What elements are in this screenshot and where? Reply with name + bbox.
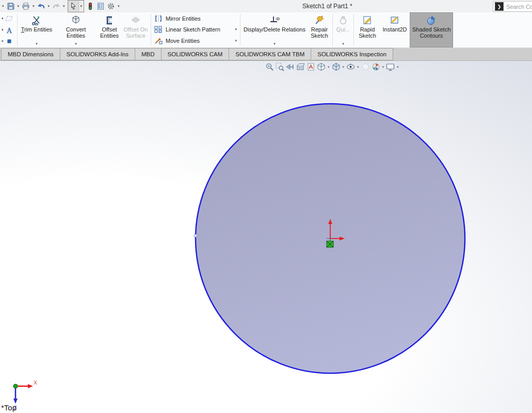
repair-sketch-label: Repair Sketch: [309, 26, 330, 39]
command-manager-ribbon: ▾ ▾ A ▾: [0, 12, 532, 48]
redo-button: [51, 1, 61, 12]
quick-snaps-icon: [338, 14, 348, 25]
properties-list-icon: [96, 2, 105, 10]
offset-on-surface-button: Offset On Surface: [122, 12, 150, 47]
chevron-down-icon[interactable]: ▾: [16, 4, 21, 9]
divider: [17, 14, 18, 46]
gear-icon: [107, 2, 115, 10]
divider: [353, 14, 354, 46]
display-delete-relations-icon: [269, 14, 280, 25]
chevron-down-icon[interactable]: ▾: [78, 1, 84, 11]
sketch-scene: X Z: [0, 61, 532, 413]
trim-entities-label: Trim Entities: [21, 26, 53, 33]
quick-snaps-label: Qui...: [336, 26, 350, 33]
reference-triad: X Z: [13, 379, 37, 411]
search-commands-box[interactable]: ❯ Search Co: [493, 1, 532, 12]
chevron-down-icon[interactable]: ▾: [0, 39, 5, 44]
chevron-down-icon: ▾: [61, 4, 67, 9]
tab-mbd-dimensions[interactable]: MBD Dimensions: [1, 48, 60, 60]
trim-entities-button[interactable]: Trim Entities ▾: [19, 12, 55, 47]
print-icon: [22, 2, 30, 10]
save-icon: [7, 2, 15, 10]
offset-entities-label: Offset Entities: [99, 26, 120, 39]
tab-solidworks-inspection[interactable]: SOLIDWORKS Inspection: [311, 48, 393, 60]
linear-sketch-pattern-label: Linear Sketch Pattern: [166, 26, 220, 33]
display-delete-relations-label: Display/Delete Relations: [244, 26, 305, 33]
select-arrow-icon: [69, 2, 77, 10]
point-icon: [5, 38, 13, 44]
chevron-down-icon[interactable]: ▾: [19, 41, 55, 47]
rapid-sketch-label: Rapid Sketch: [357, 26, 378, 39]
divider: [240, 14, 240, 46]
convert-entities-label: Convert Entities: [56, 26, 95, 39]
text-tool-icon: A: [5, 26, 13, 34]
trim-entities-icon: [31, 14, 42, 25]
convert-entities-button[interactable]: Convert Entities ▾: [55, 12, 97, 47]
options-list-button[interactable]: [95, 1, 106, 12]
linear-pattern-icon: [154, 26, 163, 33]
mirror-entities-button[interactable]: Mirror Entities: [154, 14, 237, 23]
plane-tool-button[interactable]: ▾: [0, 14, 16, 23]
save-button[interactable]: [6, 1, 16, 12]
quick-snaps-button: Qui... ▾: [334, 12, 352, 47]
rebuild-button[interactable]: [85, 1, 95, 12]
plane-icon: [5, 15, 13, 22]
move-entities-label: Move Entities: [166, 38, 200, 44]
chevron-down-icon[interactable]: ▾: [46, 4, 52, 9]
mirror-entities-icon: [154, 15, 163, 22]
search-input[interactable]: Search Co: [506, 4, 532, 10]
linear-sketch-pattern-button[interactable]: Linear Sketch Pattern ▾: [154, 25, 237, 34]
window-title: Sketch1 of Part1 *: [302, 3, 352, 10]
convert-entities-icon: [71, 14, 81, 25]
circle-edge-point[interactable]: [194, 234, 197, 237]
chevron-down-icon[interactable]: ▾: [0, 27, 5, 33]
select-tool-button[interactable]: [68, 1, 78, 12]
chevron-down-icon[interactable]: ▾: [235, 27, 237, 31]
search-commands-icon: ❯: [495, 2, 504, 11]
print-button[interactable]: [21, 1, 31, 12]
move-entities-icon: [154, 37, 163, 44]
origin-point-marker[interactable]: [327, 241, 333, 247]
tab-solidworks-cam[interactable]: SOLIDWORKS CAM: [161, 48, 230, 60]
command-manager-tab-bar: MBD Dimensions SOLIDWORKS Add-Ins MBD SO…: [0, 48, 532, 61]
chevron-down-icon[interactable]: ▾: [31, 4, 36, 9]
offset-on-surface-icon: [131, 14, 141, 25]
tab-solidworks-add-ins[interactable]: SOLIDWORKS Add-Ins: [60, 48, 135, 60]
shaded-sketch-contours-label: Shaded Sketch Contours: [411, 26, 452, 39]
chevron-down-icon[interactable]: ▾: [235, 39, 237, 43]
settings-button[interactable]: [106, 1, 116, 12]
sketch-text-button[interactable]: ▾ A: [0, 26, 16, 34]
solidworks-window: ▾ ▾ ▾: [0, 0, 532, 413]
rapid-sketch-button[interactable]: Rapid Sketch: [355, 12, 380, 47]
redo-icon: [52, 2, 60, 10]
undo-icon: [37, 2, 45, 10]
tab-mbd[interactable]: MBD: [135, 48, 162, 60]
triad-origin-dot: [13, 384, 18, 388]
chevron-down-icon[interactable]: ▾: [55, 41, 97, 47]
chevron-down-icon[interactable]: ▾: [116, 4, 121, 9]
triad-x-axis: X: [17, 379, 37, 388]
instant2d-icon: [390, 14, 400, 25]
quick-access-toolbar: ▾ ▾ ▾: [0, 0, 121, 12]
offset-entities-icon: [104, 14, 115, 25]
divider: [151, 14, 151, 46]
offset-entities-button[interactable]: Offset Entities: [97, 12, 122, 47]
repair-sketch-button[interactable]: Repair Sketch: [308, 12, 331, 47]
instant2d-button[interactable]: Instant2D: [380, 12, 410, 47]
shaded-sketch-contours-button[interactable]: Shaded Sketch Contours: [410, 12, 453, 47]
pattern-tools-group: Mirror Entities Linear Sketch Pattern ▾: [152, 12, 239, 47]
chevron-down-icon[interactable]: ▾: [0, 16, 5, 21]
sketch-point-button[interactable]: ▾: [0, 37, 16, 45]
move-entities-button[interactable]: Move Entities ▾: [154, 36, 237, 45]
undo-button[interactable]: [36, 1, 46, 12]
graphics-area[interactable]: ▾ ▾ ▾: [0, 61, 532, 413]
select-tool-group: ▾: [68, 0, 85, 12]
offset-on-surface-label: Offset On Surface: [123, 26, 148, 39]
display-delete-relations-button[interactable]: Display/Delete Relations ▾: [241, 12, 308, 47]
tab-solidworks-cam-tbm[interactable]: SOLIDWORKS CAM TBM: [229, 48, 311, 60]
chevron-down-icon: ▾: [334, 41, 352, 47]
chevron-down-icon[interactable]: ▾: [1, 4, 6, 9]
chevron-down-icon[interactable]: ▾: [241, 41, 308, 47]
svg-text:A: A: [7, 27, 12, 34]
mirror-entities-label: Mirror Entities: [166, 15, 201, 22]
